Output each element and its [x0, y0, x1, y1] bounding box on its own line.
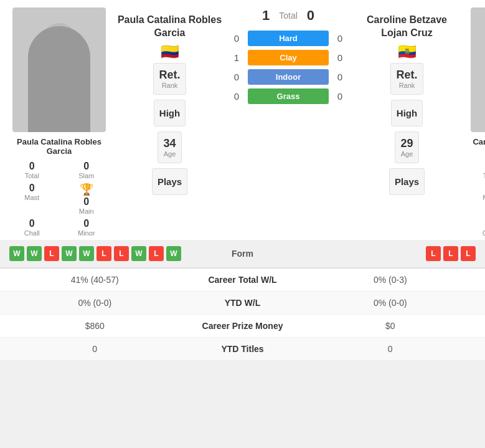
left-trophy-main: 🏆 0 Main	[61, 183, 113, 215]
left-plays-val: Plays	[158, 176, 182, 187]
hard-right-score: 0	[334, 33, 346, 44]
career-prize-right: $0	[305, 321, 476, 331]
ytd-titles-label: YTD Titles	[181, 344, 305, 354]
right-rank-sublabel: Rank	[396, 82, 417, 89]
left-flag: 🇨🇴	[161, 43, 179, 60]
right-stat-total: 0 Total	[464, 161, 485, 179]
surface-row-grass: 0 Grass 0	[230, 88, 346, 104]
left-header-name: Paula Catalina Robles Garcia	[115, 14, 224, 40]
ytd-wl-right: 0% (0-0)	[305, 298, 476, 308]
right-plays-val: Plays	[395, 176, 419, 187]
career-total-left: 41% (40-57)	[9, 275, 181, 285]
indoor-right-score: 0	[334, 72, 346, 82]
left-stats-grid: 0 Total 0 Slam 0 Mast 🏆 0 Main 0	[6, 161, 112, 237]
left-age-label: Age	[163, 150, 176, 158]
ytd-titles-right: 0	[305, 344, 476, 354]
form-badge-right-3: L	[461, 246, 476, 261]
form-badge-left-4: W	[62, 246, 77, 261]
form-badge-left-9: L	[149, 246, 164, 261]
surface-row-clay: 1 Clay 0	[230, 50, 346, 65]
right-stats-grid: 0 Total 0 Slam 0 Mast 🏆 0 Main 0	[464, 161, 485, 237]
form-badge-left-6: L	[97, 246, 111, 261]
clay-badge: Clay	[248, 50, 329, 65]
total-label: Total	[279, 11, 298, 21]
ytd-wl-row: 0% (0-0) YTD W/L 0% (0-0)	[0, 292, 485, 315]
left-avatar-body	[28, 26, 90, 132]
surface-row-indoor: 0 Indoor 0	[230, 69, 346, 85]
right-flag: 🇪🇨	[398, 43, 417, 60]
main-container: Paula Catalina Robles Garcia 0 Total 0 S…	[0, 0, 485, 361]
center-column: 1 Total 0 0 Hard 0 1 Clay 0 0 Indoor 0 0	[227, 7, 349, 106]
right-high-val: High	[397, 108, 417, 118]
form-badge-left-5: W	[79, 246, 94, 261]
left-plays-box: Plays	[152, 168, 187, 195]
right-stat-chall: 0 Chall	[464, 218, 485, 237]
left-stat-chall: 0 Chall	[6, 218, 58, 237]
left-ret-label: Ret.	[159, 69, 180, 82]
career-prize-row: $860 Career Prize Money $0	[0, 315, 485, 338]
form-badge-right-1: L	[426, 246, 441, 261]
right-player-avatar	[471, 7, 485, 132]
left-high-box: High	[154, 100, 186, 126]
ytd-wl-label: YTD W/L	[181, 298, 305, 308]
left-stat-total: 0 Total	[6, 161, 58, 179]
right-header-name: Caroline Betzave Lojan Cruz	[352, 14, 461, 40]
grass-badge: Grass	[248, 88, 329, 104]
left-player-header: Paula Catalina Robles Garcia 🇨🇴 Ret. Ran…	[112, 7, 227, 204]
grass-right-score: 0	[334, 91, 346, 102]
right-age-label: Age	[400, 150, 413, 158]
total-left: 1	[262, 7, 270, 24]
left-rank-box: Ret. Rank	[153, 63, 186, 95]
form-row: W W L W W L L W L W Form L L L	[0, 240, 485, 268]
form-label: Form	[205, 249, 280, 259]
left-stat-mast: 0 Mast	[6, 183, 58, 215]
career-total-label: Career Total W/L	[181, 275, 305, 285]
indoor-badge: Indoor	[248, 69, 329, 85]
ytd-wl-left: 0% (0-0)	[9, 298, 181, 308]
career-total-right: 0% (0-3)	[305, 275, 476, 285]
right-high-box: High	[391, 100, 423, 126]
clay-right-score: 0	[334, 52, 346, 63]
left-stat-slam: 0 Slam	[61, 161, 113, 179]
indoor-left-score: 0	[230, 72, 243, 82]
form-badges-left: W W L W W L L W L W	[9, 246, 205, 261]
clay-left-score: 1	[230, 52, 243, 63]
career-prize-label: Career Prize Money	[181, 321, 305, 331]
form-badge-left-10: W	[166, 246, 181, 261]
surface-row-hard: 0 Hard 0	[230, 31, 346, 46]
career-prize-left: $860	[9, 321, 181, 331]
left-player-card: Paula Catalina Robles Garcia 0 Total 0 S…	[6, 7, 112, 237]
left-rank-sublabel: Rank	[159, 82, 180, 89]
form-badge-right-2: L	[443, 246, 458, 261]
right-plays-box: Plays	[389, 168, 425, 195]
left-stat-minor: 0 Minor	[61, 218, 113, 237]
grass-left-score: 0	[230, 91, 243, 102]
hard-left-score: 0	[230, 33, 243, 44]
totals-row: 1 Total 0	[262, 7, 314, 24]
right-player-header: Caroline Betzave Lojan Cruz 🇪🇨 Ret. Rank…	[349, 7, 464, 204]
left-player-name: Paula Catalina Robles Garcia	[6, 137, 112, 156]
form-badge-left-8: W	[131, 246, 146, 261]
left-high-val: High	[159, 108, 180, 118]
career-total-row: 41% (40-57) Career Total W/L 0% (0-3)	[0, 269, 485, 292]
right-player-card: Caroline Betzave Lojan Cruz 0 Total 0 Sl…	[464, 7, 485, 237]
left-trophy-icon: 🏆	[80, 183, 93, 196]
hard-badge: Hard	[248, 31, 329, 46]
right-ret-label: Ret.	[396, 69, 417, 82]
form-badge-left-1: W	[9, 246, 24, 261]
form-badges-right: L L L	[280, 246, 476, 261]
right-age-val: 29	[400, 137, 413, 150]
left-age-box: 34 Age	[158, 131, 181, 163]
right-age-box: 29 Age	[395, 131, 418, 163]
form-badge-left-3: L	[44, 246, 59, 261]
ytd-titles-left: 0	[9, 344, 181, 354]
right-rank-box: Ret. Rank	[390, 63, 423, 95]
form-badge-left-7: L	[114, 246, 129, 261]
ytd-titles-row: 0 YTD Titles 0	[0, 338, 485, 361]
right-stat-mast: 0 Mast	[464, 183, 485, 215]
total-right: 0	[307, 7, 314, 24]
career-stats-section: 41% (40-57) Career Total W/L 0% (0-3) 0%…	[0, 268, 485, 361]
left-player-avatar	[12, 7, 106, 132]
form-badge-left-2: W	[27, 246, 42, 261]
top-area: Paula Catalina Robles Garcia 0 Total 0 S…	[0, 0, 485, 240]
